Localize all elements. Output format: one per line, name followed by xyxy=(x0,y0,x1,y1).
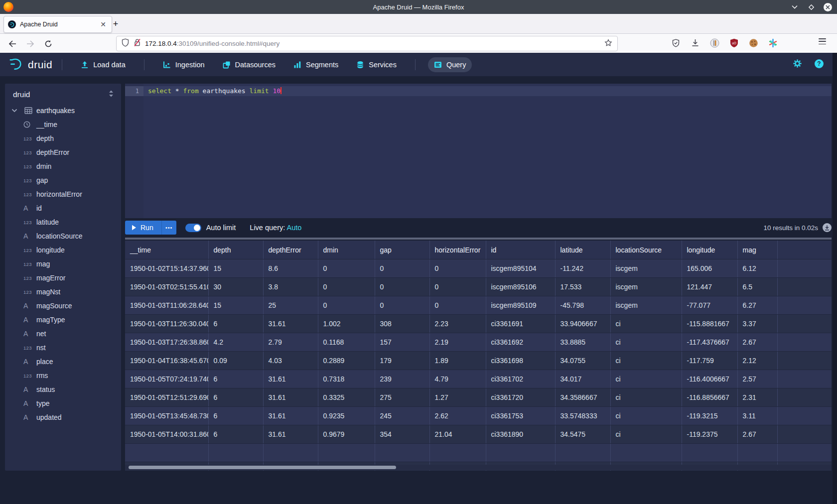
ublock-origin-icon[interactable]: uO xyxy=(728,37,739,48)
table-cell[interactable]: 1950-01-02T15:14:37.960Z xyxy=(125,259,208,278)
sql-query-line[interactable]: select * from earthquakes limit 10 xyxy=(143,86,832,96)
sidebar-column-type[interactable]: Atype xyxy=(5,396,121,410)
tab-close-icon[interactable]: ✕ xyxy=(99,20,108,29)
table-cell[interactable]: iscgem xyxy=(610,296,682,315)
shield-permissions-icon[interactable] xyxy=(122,38,129,49)
table-cell[interactable]: 1950-01-05T07:24:19.740Z xyxy=(125,370,208,388)
reload-button[interactable] xyxy=(42,37,55,50)
table-cell[interactable]: 31.61 xyxy=(263,407,318,425)
column-header-depthError[interactable]: depthError xyxy=(263,241,318,259)
table-cell[interactable]: 6 xyxy=(208,407,263,425)
download-results-icon[interactable] xyxy=(823,223,832,232)
table-cell[interactable]: -11.242 xyxy=(555,259,610,278)
table-cell[interactable]: 1.27 xyxy=(429,388,486,407)
column-header-locationSource[interactable]: locationSource xyxy=(610,241,682,259)
table-cell[interactable]: 31.61 xyxy=(263,425,318,444)
table-cell[interactable]: 25 xyxy=(263,296,318,315)
table-cell[interactable]: 121.447 xyxy=(682,278,737,296)
sidebar-column-depth[interactable]: 123depth xyxy=(5,131,121,145)
sidebar-column-mag[interactable]: 123mag xyxy=(5,257,121,271)
nav-item-query[interactable]: Query xyxy=(428,57,472,72)
table-cell[interactable]: -119.2375 xyxy=(682,425,737,444)
table-cell[interactable]: 1950-01-05T12:51:29.690Z xyxy=(125,388,208,407)
table-cell[interactable]: ci xyxy=(610,425,682,444)
table-cell[interactable]: 33.8885 xyxy=(555,333,610,352)
chevron-down-icon[interactable] xyxy=(11,109,17,113)
table-cell[interactable]: 0.2889 xyxy=(318,352,375,370)
table-cell[interactable]: -117.759 xyxy=(682,352,737,370)
table-cell[interactable]: -119.3215 xyxy=(682,407,737,425)
table-cell[interactable]: iscgem xyxy=(610,278,682,296)
column-header-__time[interactable]: __time xyxy=(125,241,208,259)
table-cell[interactable]: 0 xyxy=(429,259,486,278)
table-cell[interactable]: 31.61 xyxy=(263,370,318,388)
table-cell[interactable]: 33.5748333 xyxy=(555,407,610,425)
nav-item-ingestion[interactable]: Ingestion xyxy=(157,57,211,72)
table-cell[interactable]: 1950-01-05T14:00:31.860Z xyxy=(125,425,208,444)
table-cell[interactable]: 6 xyxy=(208,425,263,444)
table-cell[interactable]: ci xyxy=(610,370,682,388)
table-cell[interactable]: -115.8881667 xyxy=(682,315,737,333)
table-cell[interactable]: 0 xyxy=(318,278,375,296)
sidebar-column-latitude[interactable]: 123latitude xyxy=(5,215,121,229)
table-cell[interactable]: 6.27 xyxy=(737,296,777,315)
nav-item-segments[interactable]: Segments xyxy=(287,57,344,72)
nav-item-datasources[interactable]: Datasources xyxy=(217,57,281,72)
table-cell[interactable]: 0 xyxy=(375,278,429,296)
table-cell[interactable]: 1950-01-05T13:45:48.730Z xyxy=(125,407,208,425)
table-cell[interactable]: 275 xyxy=(375,388,429,407)
column-header-longitude[interactable]: longitude xyxy=(682,241,737,259)
table-cell[interactable]: 0.09 xyxy=(208,352,263,370)
forward-button[interactable] xyxy=(24,37,37,50)
table-cell[interactable]: ci xyxy=(610,333,682,352)
table-cell[interactable]: 2.67 xyxy=(737,425,777,444)
table-cell[interactable]: -116.8856667 xyxy=(682,388,737,407)
table-cell[interactable]: -45.798 xyxy=(555,296,610,315)
sidebar-column-id[interactable]: Aid xyxy=(5,201,121,215)
table-cell[interactable]: 2.67 xyxy=(737,333,777,352)
sidebar-column-dmin[interactable]: 123dmin xyxy=(5,159,121,173)
sidebar-table-earthquakes[interactable]: earthquakes xyxy=(5,104,121,118)
table-cell[interactable]: 17.533 xyxy=(555,278,610,296)
table-cell[interactable]: 1950-01-03T11:26:30.040Z xyxy=(125,315,208,333)
table-cell[interactable]: 6 xyxy=(208,370,263,388)
table-cell[interactable]: -116.4006667 xyxy=(682,370,737,388)
table-cell[interactable]: 0.1168 xyxy=(318,333,375,352)
live-query-value[interactable]: Auto xyxy=(287,224,302,232)
table-cell[interactable]: ci xyxy=(610,407,682,425)
table-cell[interactable]: 21.04 xyxy=(429,425,486,444)
window-maximize-icon[interactable] xyxy=(807,3,815,11)
table-cell[interactable]: 34.017 xyxy=(555,370,610,388)
column-header-dmin[interactable]: dmin xyxy=(318,241,375,259)
table-cell[interactable]: 0 xyxy=(318,296,375,315)
table-cell[interactable]: 31.61 xyxy=(263,315,318,333)
table-cell[interactable]: 0.7318 xyxy=(318,370,375,388)
column-header-gap[interactable]: gap xyxy=(375,241,429,259)
table-cell[interactable]: 239 xyxy=(375,370,429,388)
column-header-horizontalError[interactable]: horizontalError xyxy=(429,241,486,259)
browser-tab[interactable]: Apache Druid ✕ xyxy=(3,16,112,33)
table-cell[interactable]: 6.5 xyxy=(737,278,777,296)
table-cell[interactable]: 6 xyxy=(208,388,263,407)
new-tab-button[interactable]: + xyxy=(110,18,122,30)
sidebar-column-status[interactable]: Astatus xyxy=(5,382,121,396)
table-cell[interactable]: 165.006 xyxy=(682,259,737,278)
table-cell[interactable]: ci3361890 xyxy=(486,425,555,444)
table-cell[interactable]: 1950-01-04T16:38:45.670Z xyxy=(125,352,208,370)
window-close-icon[interactable] xyxy=(824,3,832,11)
table-cell[interactable]: 2.57 xyxy=(737,370,777,388)
table-cell[interactable]: 0.9679 xyxy=(318,425,375,444)
run-more-button[interactable]: ••• xyxy=(161,221,176,235)
table-cell[interactable]: 34.3586667 xyxy=(555,388,610,407)
table-cell[interactable]: 33.9406667 xyxy=(555,315,610,333)
sidebar-column-place[interactable]: Aplace xyxy=(5,355,121,369)
table-cell[interactable]: 2.19 xyxy=(429,333,486,352)
table-cell[interactable]: -77.077 xyxy=(682,296,737,315)
table-cell[interactable]: 1950-01-03T17:26:38.860Z xyxy=(125,333,208,352)
table-cell[interactable]: 0.3325 xyxy=(318,388,375,407)
table-cell[interactable]: ci3361720 xyxy=(486,388,555,407)
table-cell[interactable]: 2.79 xyxy=(263,333,318,352)
table-cell[interactable]: 15 xyxy=(208,296,263,315)
table-cell[interactable]: ci3361702 xyxy=(486,370,555,388)
table-cell[interactable]: ci3361692 xyxy=(486,333,555,352)
